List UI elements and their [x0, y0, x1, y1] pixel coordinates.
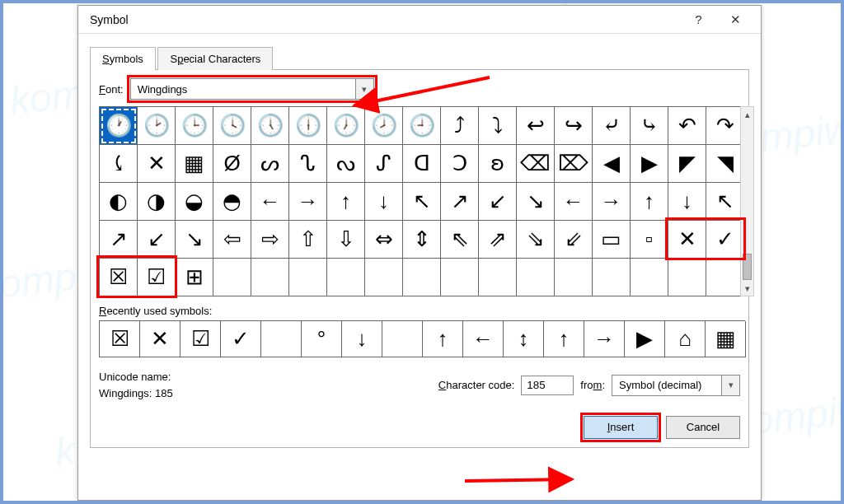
symbol-cell[interactable]: →	[593, 183, 631, 221]
symbol-cell[interactable]: 🕐	[100, 107, 138, 145]
symbol-cell[interactable]: ᔓ	[327, 145, 365, 183]
recent-symbol-cell[interactable]: →	[584, 321, 625, 357]
recent-symbol-cell[interactable]: ⌂	[665, 321, 706, 357]
recent-symbol-cell[interactable]: ↕	[504, 321, 544, 357]
symbol-cell[interactable]: 🕒	[176, 107, 213, 145]
symbol-cell[interactable]: ◐	[100, 183, 138, 221]
symbol-cell[interactable]: ▭	[593, 221, 631, 259]
symbol-cell[interactable]: ⤵	[479, 107, 517, 145]
symbol-cell[interactable]	[668, 259, 706, 296]
symbol-cell[interactable]: ↖	[403, 183, 441, 221]
symbol-cell[interactable]: ↶	[668, 107, 706, 145]
symbol-cell[interactable]: ⊞	[176, 259, 213, 296]
recent-symbol-cell[interactable]: ✓	[221, 321, 261, 357]
symbol-cell[interactable]: ◤	[668, 145, 706, 183]
symbol-cell[interactable]: ⤹	[100, 145, 138, 183]
symbol-cell[interactable]: ◓	[213, 183, 251, 221]
symbol-cell[interactable]: ↙	[138, 221, 176, 259]
symbol-cell[interactable]: ↖	[706, 183, 744, 221]
symbol-cell[interactable]: 🕘	[403, 107, 441, 145]
symbol-cell[interactable]	[213, 259, 251, 296]
symbol-cell[interactable]	[479, 259, 517, 296]
symbol-cell[interactable]	[289, 259, 327, 296]
symbol-cell[interactable]	[251, 259, 289, 296]
symbol-cell[interactable]: ◥	[706, 145, 744, 183]
symbol-cell[interactable]: ▦	[176, 145, 213, 183]
symbol-cell[interactable]: ↗	[100, 221, 138, 259]
help-button[interactable]: ?	[680, 7, 717, 32]
symbol-cell[interactable]: ⇙	[555, 221, 593, 259]
symbol-cell[interactable]: ←	[555, 183, 593, 221]
symbol-cell[interactable]: ᗡ	[403, 145, 441, 183]
symbol-cell[interactable]: ⇩	[327, 221, 365, 259]
symbol-cell[interactable]: ⇖	[441, 221, 479, 259]
symbol-cell[interactable]: ◒	[176, 183, 213, 221]
symbol-cell[interactable]: ⇧	[289, 221, 327, 259]
symbol-cell[interactable]	[327, 259, 365, 296]
symbol-cell[interactable]	[441, 259, 479, 296]
symbol-cell[interactable]: 🕔	[251, 107, 289, 145]
symbol-cell[interactable]: ◀	[593, 145, 631, 183]
symbol-cell[interactable]: →	[289, 183, 327, 221]
symbol-cell[interactable]	[631, 259, 668, 296]
symbol-cell[interactable]: ✕	[138, 145, 176, 183]
symbol-cell[interactable]: ⇕	[403, 221, 441, 259]
symbol-cell[interactable]: ↩	[517, 107, 555, 145]
symbol-cell[interactable]: ⤴	[441, 107, 479, 145]
tab-special-characters[interactable]: Special Characters	[157, 47, 273, 70]
recent-symbol-cell[interactable]: ↑	[544, 321, 584, 357]
symbol-cell[interactable]: ☒	[100, 259, 138, 296]
symbol-cell[interactable]: ←	[251, 183, 289, 221]
recent-symbol-cell[interactable]: ☒	[100, 321, 140, 357]
symbol-cell[interactable]: ✕	[668, 221, 706, 259]
symbol-cell[interactable]: ↓	[668, 183, 706, 221]
symbol-cell[interactable]	[517, 259, 555, 296]
symbol-cell[interactable]: Ɔ	[441, 145, 479, 183]
symbol-cell[interactable]: ᔐ	[289, 145, 327, 183]
symbol-cell[interactable]: ⇗	[479, 221, 517, 259]
from-dropdown[interactable]: Symbol (decimal) ▾	[612, 375, 740, 396]
symbol-cell[interactable]: ⇔	[365, 221, 403, 259]
symbol-cell[interactable]: ↷	[706, 107, 744, 145]
symbol-cell[interactable]: ↑	[631, 183, 668, 221]
grid-scrollbar[interactable]: ▴ ▾	[740, 106, 754, 296]
close-button[interactable]: ✕	[717, 7, 754, 32]
symbol-cell[interactable]: ⤷	[631, 107, 668, 145]
symbol-cell[interactable]: ☑	[138, 259, 176, 296]
symbol-cell[interactable]	[706, 259, 744, 296]
recent-symbol-cell[interactable]: °	[302, 321, 342, 357]
symbol-cell[interactable]: ▶	[631, 145, 668, 183]
character-code-input[interactable]	[521, 376, 574, 395]
symbol-cell[interactable]: ⇘	[517, 221, 555, 259]
symbol-cell[interactable]: ✓	[706, 221, 744, 259]
recent-symbol-cell[interactable]: ↑	[423, 321, 463, 357]
insert-button[interactable]: Insert	[584, 416, 658, 439]
font-dropdown-button[interactable]: ▾	[355, 79, 373, 99]
symbol-cell[interactable]: ↓	[365, 183, 403, 221]
symbol-cell[interactable]: ⌦	[555, 145, 593, 183]
symbol-cell[interactable]	[593, 259, 631, 296]
symbol-cell[interactable]: ↙	[479, 183, 517, 221]
symbol-cell[interactable]: ⌫	[517, 145, 555, 183]
recent-symbol-cell[interactable]: ☑	[181, 321, 221, 357]
symbol-cell[interactable]: ↪	[555, 107, 593, 145]
symbol-cell[interactable]: Ø	[213, 145, 251, 183]
symbol-cell[interactable]: ↘	[517, 183, 555, 221]
font-dropdown[interactable]: Wingdings ▾	[130, 78, 374, 100]
symbol-cell[interactable]: 🕕	[289, 107, 327, 145]
symbol-cell[interactable]: ↗	[441, 183, 479, 221]
recent-symbol-cell[interactable]: ↓	[342, 321, 382, 357]
recent-symbol-cell[interactable]	[261, 321, 302, 357]
recent-symbol-cell[interactable]: ←	[463, 321, 504, 357]
tab-symbols[interactable]: Symbols	[90, 47, 156, 70]
cancel-button[interactable]: Cancel	[666, 416, 740, 439]
scrollbar-track[interactable]	[741, 122, 753, 281]
symbol-cell[interactable]: ↑	[327, 183, 365, 221]
symbol-cell[interactable]	[365, 259, 403, 296]
symbol-cell[interactable]	[555, 259, 593, 296]
scroll-up-button[interactable]: ▴	[741, 107, 753, 122]
symbol-cell[interactable]: ↘	[176, 221, 213, 259]
symbol-cell[interactable]	[403, 259, 441, 296]
symbol-cell[interactable]: ᔑ	[365, 145, 403, 183]
scrollbar-thumb[interactable]	[743, 254, 752, 280]
